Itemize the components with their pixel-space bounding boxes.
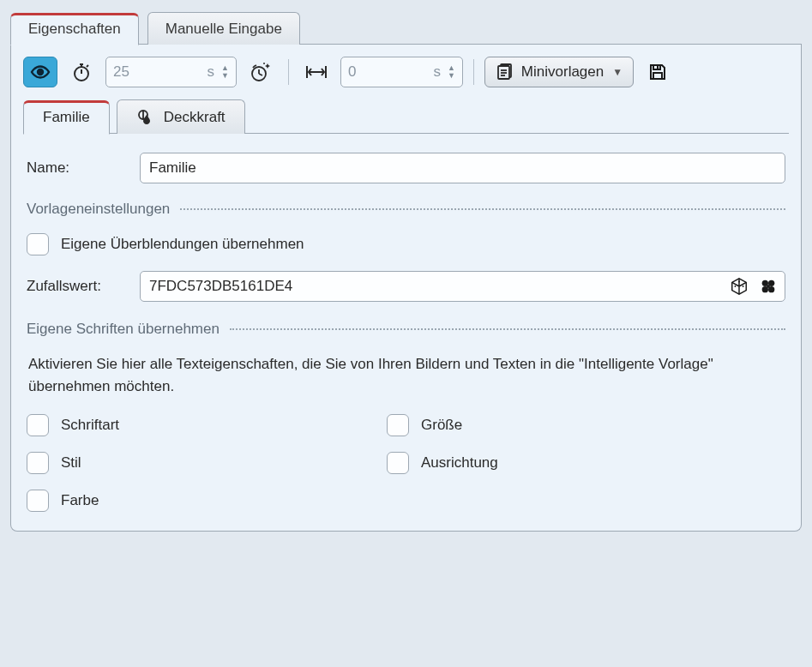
dice-button[interactable] xyxy=(727,274,751,298)
font-check-row: Schriftart xyxy=(27,414,378,436)
toolbar-separator-2 xyxy=(473,59,474,85)
own-transitions-label: Eigene Überblendungen übernehmen xyxy=(61,236,304,253)
toolbar: 25 s ▲ ▼ xyxy=(23,55,789,98)
random-row: Zufallswert: xyxy=(27,271,785,302)
svg-point-23 xyxy=(743,285,744,287)
tab-manual-input[interactable]: Manuelle Eingabe xyxy=(147,12,300,45)
width-value: 0 xyxy=(348,63,417,81)
name-row: Name: xyxy=(27,153,785,183)
own-transitions-checkbox[interactable] xyxy=(27,233,49,255)
opacity-icon xyxy=(136,109,155,126)
size-check-label: Größe xyxy=(421,417,462,434)
tab-opacity[interactable]: Deckkraft xyxy=(117,99,245,134)
font-check-label: Schriftart xyxy=(61,417,119,434)
chevron-down-icon: ▼ xyxy=(221,72,229,80)
align-check-row: Ausrichtung xyxy=(387,452,785,474)
own-transitions-row: Eigene Überblendungen übernehmen xyxy=(27,233,785,255)
name-input[interactable] xyxy=(140,153,785,183)
section-template-settings: Vorlageneinstellungen xyxy=(27,201,785,218)
svg-point-24 xyxy=(738,281,740,283)
visibility-toggle[interactable] xyxy=(23,57,57,87)
random-input-wrap xyxy=(140,271,785,302)
stopwatch-icon xyxy=(71,62,92,82)
tab-family[interactable]: Familie xyxy=(23,100,110,135)
inner-tab-bar: Familie Deckkraft xyxy=(23,98,789,134)
svg-point-9 xyxy=(263,63,265,64)
top-tab-bar: Eigenschaften Manuelle Eingabe xyxy=(10,10,802,45)
section-template-settings-label: Vorlageneinstellungen xyxy=(27,201,170,218)
style-check-label: Stil xyxy=(61,454,81,472)
section-divider xyxy=(180,208,785,210)
size-check-row: Größe xyxy=(387,414,785,436)
duration-stepper[interactable]: ▲ ▼ xyxy=(221,64,229,80)
tab-family-label: Familie xyxy=(43,109,90,126)
eye-icon xyxy=(30,62,51,82)
svg-point-22 xyxy=(735,285,737,287)
section-own-fonts-label: Eigene Schriften übernehmen xyxy=(27,321,220,338)
svg-rect-29 xyxy=(767,285,770,288)
dice-icon xyxy=(730,277,749,296)
mini-templates-label: Minivorlagen xyxy=(521,63,604,81)
tab-properties-label: Eigenschaften xyxy=(28,21,121,38)
fonts-description: Aktivieren Sie hier alle Texteigenschaft… xyxy=(28,353,785,397)
duration-value: 25 xyxy=(113,63,190,81)
clover-button[interactable] xyxy=(756,274,780,298)
sparkle-clock-icon xyxy=(250,61,272,83)
clover-icon xyxy=(759,277,778,296)
width-button[interactable] xyxy=(299,57,334,87)
width-unit: s xyxy=(424,63,441,81)
tab-content: 25 s ▲ ▼ xyxy=(10,45,802,532)
svg-line-8 xyxy=(259,74,262,75)
color-check-label: Farbe xyxy=(61,492,99,509)
font-checks-grid: Schriftart Größe Stil Ausrichtung Farbe xyxy=(27,414,785,512)
name-label: Name: xyxy=(27,159,128,177)
align-check-label: Ausrichtung xyxy=(421,454,498,472)
auto-duration-button[interactable] xyxy=(244,57,278,87)
duration-spinner[interactable]: 25 s ▲ ▼ xyxy=(105,57,237,87)
mini-templates-dropdown[interactable]: Minivorlagen ▼ xyxy=(484,57,634,87)
random-input[interactable] xyxy=(140,271,785,302)
style-checkbox[interactable] xyxy=(27,452,49,474)
random-buttons xyxy=(727,274,780,298)
template-icon xyxy=(496,63,513,81)
svg-point-0 xyxy=(38,69,43,75)
font-checkbox[interactable] xyxy=(27,414,49,436)
section-divider xyxy=(230,328,785,330)
properties-panel: Eigenschaften Manuelle Eingabe xyxy=(10,10,802,532)
stopwatch-button[interactable] xyxy=(64,57,99,87)
random-label: Zufallswert: xyxy=(27,278,128,295)
tab-properties[interactable]: Eigenschaften xyxy=(10,13,139,45)
align-checkbox[interactable] xyxy=(387,452,409,474)
width-stepper[interactable]: ▲ ▼ xyxy=(448,64,455,80)
size-checkbox[interactable] xyxy=(387,414,409,436)
tab-manual-input-label: Manuelle Eingabe xyxy=(165,21,282,38)
save-icon xyxy=(647,62,668,82)
width-spinner[interactable]: 0 s ▲ ▼ xyxy=(340,57,463,87)
svg-rect-18 xyxy=(653,73,662,79)
color-check-row: Farbe xyxy=(27,490,378,512)
horizontal-arrows-icon xyxy=(305,64,328,80)
save-button[interactable] xyxy=(641,57,675,87)
chevron-down-icon: ▼ xyxy=(612,66,623,78)
section-own-fonts: Eigene Schriften übernehmen xyxy=(27,321,785,338)
inner-content: Name: Vorlageneinstellungen Eigene Überb… xyxy=(23,134,789,512)
toolbar-separator-1 xyxy=(288,59,289,85)
chevron-down-icon: ▼ xyxy=(448,72,455,80)
svg-line-5 xyxy=(87,65,88,67)
style-check-row: Stil xyxy=(27,452,378,474)
duration-unit: s xyxy=(197,63,214,81)
color-checkbox[interactable] xyxy=(27,490,49,512)
tab-opacity-label: Deckkraft xyxy=(164,109,226,126)
